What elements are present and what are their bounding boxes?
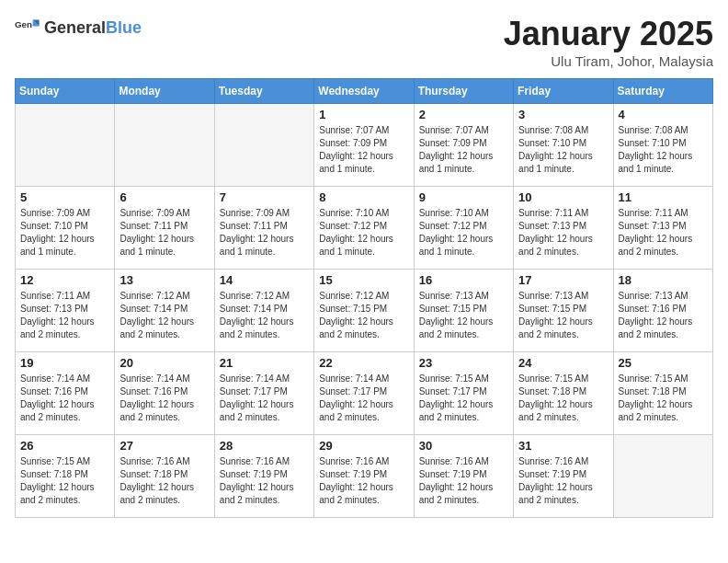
weekday-header-sunday: Sunday (16, 79, 115, 104)
calendar-cell: 10Sunrise: 7:11 AMSunset: 7:13 PMDayligh… (514, 187, 613, 270)
day-number: 11 (619, 190, 708, 204)
calendar-cell: 5Sunrise: 7:09 AMSunset: 7:10 PMDaylight… (16, 187, 115, 270)
day-number: 23 (419, 356, 508, 370)
calendar-cell: 22Sunrise: 7:14 AMSunset: 7:17 PMDayligh… (314, 352, 414, 435)
calendar-cell: 12Sunrise: 7:11 AMSunset: 7:13 PMDayligh… (16, 270, 115, 352)
calendar-cell (214, 104, 313, 187)
day-number: 14 (220, 273, 309, 287)
calendar-cell: 15Sunrise: 7:12 AMSunset: 7:15 PMDayligh… (314, 270, 414, 352)
calendar-cell: 17Sunrise: 7:13 AMSunset: 7:15 PMDayligh… (514, 270, 613, 352)
calendar-cell (16, 104, 115, 187)
calendar-cell: 7Sunrise: 7:09 AMSunset: 7:11 PMDaylight… (214, 187, 313, 270)
calendar-week-2: 5Sunrise: 7:09 AMSunset: 7:10 PMDaylight… (16, 187, 713, 270)
day-info: Sunrise: 7:10 AMSunset: 7:12 PMDaylight:… (319, 207, 408, 259)
calendar-cell: 28Sunrise: 7:16 AMSunset: 7:19 PMDayligh… (214, 435, 313, 518)
day-number: 20 (119, 356, 209, 370)
weekday-header-monday: Monday (115, 79, 214, 104)
calendar-cell: 26Sunrise: 7:15 AMSunset: 7:18 PMDayligh… (16, 435, 115, 518)
day-number: 15 (319, 273, 408, 287)
weekday-header-thursday: Thursday (414, 79, 513, 104)
page-header: Gen GeneralBlue January 2025 Ulu Tiram, … (15, 15, 713, 69)
day-info: Sunrise: 7:16 AMSunset: 7:19 PMDaylight:… (319, 455, 408, 507)
calendar-header-row: SundayMondayTuesdayWednesdayThursdayFrid… (16, 79, 713, 104)
calendar-cell: 1Sunrise: 7:07 AMSunset: 7:09 PMDaylight… (314, 104, 414, 187)
day-number: 17 (518, 273, 608, 287)
day-info: Sunrise: 7:16 AMSunset: 7:19 PMDaylight:… (419, 455, 508, 507)
calendar-cell: 25Sunrise: 7:15 AMSunset: 7:18 PMDayligh… (613, 352, 712, 435)
day-number: 5 (20, 190, 109, 204)
day-info: Sunrise: 7:16 AMSunset: 7:18 PMDaylight:… (119, 455, 209, 507)
day-number: 13 (119, 273, 209, 287)
day-info: Sunrise: 7:12 AMSunset: 7:14 PMDaylight:… (119, 290, 209, 341)
calendar-cell: 24Sunrise: 7:15 AMSunset: 7:18 PMDayligh… (514, 352, 613, 435)
day-info: Sunrise: 7:12 AMSunset: 7:14 PMDaylight:… (220, 290, 309, 341)
calendar-cell: 3Sunrise: 7:08 AMSunset: 7:10 PMDaylight… (514, 104, 613, 187)
day-number: 24 (518, 356, 608, 370)
day-info: Sunrise: 7:08 AMSunset: 7:10 PMDaylight:… (518, 124, 608, 176)
day-info: Sunrise: 7:16 AMSunset: 7:19 PMDaylight:… (220, 455, 309, 507)
day-number: 16 (419, 273, 508, 287)
calendar-cell: 19Sunrise: 7:14 AMSunset: 7:16 PMDayligh… (16, 352, 115, 435)
day-number: 19 (20, 356, 109, 370)
calendar-week-3: 12Sunrise: 7:11 AMSunset: 7:13 PMDayligh… (16, 270, 713, 352)
calendar-table: SundayMondayTuesdayWednesdayThursdayFrid… (15, 78, 713, 518)
day-number: 25 (619, 356, 708, 370)
day-number: 18 (619, 273, 708, 287)
calendar-week-1: 1Sunrise: 7:07 AMSunset: 7:09 PMDaylight… (16, 104, 713, 187)
day-info: Sunrise: 7:07 AMSunset: 7:09 PMDaylight:… (419, 124, 508, 176)
weekday-header-tuesday: Tuesday (214, 79, 313, 104)
calendar-week-4: 19Sunrise: 7:14 AMSunset: 7:16 PMDayligh… (16, 352, 713, 435)
day-info: Sunrise: 7:14 AMSunset: 7:16 PMDaylight:… (119, 373, 209, 424)
day-number: 22 (319, 356, 408, 370)
day-info: Sunrise: 7:07 AMSunset: 7:09 PMDaylight:… (319, 124, 408, 176)
logo-blue: Blue (106, 18, 142, 38)
day-info: Sunrise: 7:15 AMSunset: 7:18 PMDaylight:… (20, 455, 109, 507)
day-number: 2 (419, 108, 508, 121)
calendar-cell: 6Sunrise: 7:09 AMSunset: 7:11 PMDaylight… (115, 187, 214, 270)
calendar-cell: 31Sunrise: 7:16 AMSunset: 7:19 PMDayligh… (514, 435, 613, 518)
day-info: Sunrise: 7:13 AMSunset: 7:16 PMDaylight:… (619, 290, 708, 341)
day-info: Sunrise: 7:12 AMSunset: 7:15 PMDaylight:… (319, 290, 408, 341)
calendar-cell: 21Sunrise: 7:14 AMSunset: 7:17 PMDayligh… (214, 352, 313, 435)
calendar-cell: 30Sunrise: 7:16 AMSunset: 7:19 PMDayligh… (414, 435, 513, 518)
day-number: 31 (518, 439, 608, 453)
svg-text:Gen: Gen (15, 19, 32, 29)
calendar-cell: 14Sunrise: 7:12 AMSunset: 7:14 PMDayligh… (214, 270, 313, 352)
calendar-cell: 29Sunrise: 7:16 AMSunset: 7:19 PMDayligh… (314, 435, 414, 518)
day-info: Sunrise: 7:09 AMSunset: 7:11 PMDaylight:… (220, 207, 309, 259)
day-info: Sunrise: 7:13 AMSunset: 7:15 PMDaylight:… (419, 290, 508, 341)
day-info: Sunrise: 7:14 AMSunset: 7:17 PMDaylight:… (319, 373, 408, 424)
day-info: Sunrise: 7:13 AMSunset: 7:15 PMDaylight:… (518, 290, 608, 341)
weekday-header-friday: Friday (514, 79, 613, 104)
day-number: 26 (20, 439, 109, 453)
day-number: 12 (20, 273, 109, 287)
day-number: 1 (319, 108, 408, 121)
month-title: January 2025 (504, 15, 713, 53)
day-number: 9 (419, 190, 508, 204)
day-number: 6 (119, 190, 209, 204)
location: Ulu Tiram, Johor, Malaysia (504, 53, 713, 69)
day-number: 30 (419, 439, 508, 453)
day-number: 3 (518, 108, 608, 121)
day-number: 8 (319, 190, 408, 204)
calendar-cell: 27Sunrise: 7:16 AMSunset: 7:18 PMDayligh… (115, 435, 214, 518)
day-number: 27 (119, 439, 209, 453)
day-info: Sunrise: 7:11 AMSunset: 7:13 PMDaylight:… (20, 290, 109, 341)
calendar-cell: 23Sunrise: 7:15 AMSunset: 7:17 PMDayligh… (414, 352, 513, 435)
calendar-cell: 4Sunrise: 7:08 AMSunset: 7:10 PMDaylight… (613, 104, 712, 187)
day-info: Sunrise: 7:09 AMSunset: 7:10 PMDaylight:… (20, 207, 109, 259)
calendar-cell: 8Sunrise: 7:10 AMSunset: 7:12 PMDaylight… (314, 187, 414, 270)
day-number: 10 (518, 190, 608, 204)
day-info: Sunrise: 7:14 AMSunset: 7:16 PMDaylight:… (20, 373, 109, 424)
day-info: Sunrise: 7:10 AMSunset: 7:12 PMDaylight:… (419, 207, 508, 259)
calendar-cell: 13Sunrise: 7:12 AMSunset: 7:14 PMDayligh… (115, 270, 214, 352)
day-info: Sunrise: 7:09 AMSunset: 7:11 PMDaylight:… (119, 207, 209, 259)
logo-icon: Gen (15, 15, 40, 40)
calendar-cell (115, 104, 214, 187)
day-number: 4 (619, 108, 708, 121)
day-info: Sunrise: 7:15 AMSunset: 7:17 PMDaylight:… (419, 373, 508, 424)
day-number: 7 (220, 190, 309, 204)
calendar-cell: 11Sunrise: 7:11 AMSunset: 7:13 PMDayligh… (613, 187, 712, 270)
day-info: Sunrise: 7:15 AMSunset: 7:18 PMDaylight:… (518, 373, 608, 424)
day-number: 28 (220, 439, 309, 453)
